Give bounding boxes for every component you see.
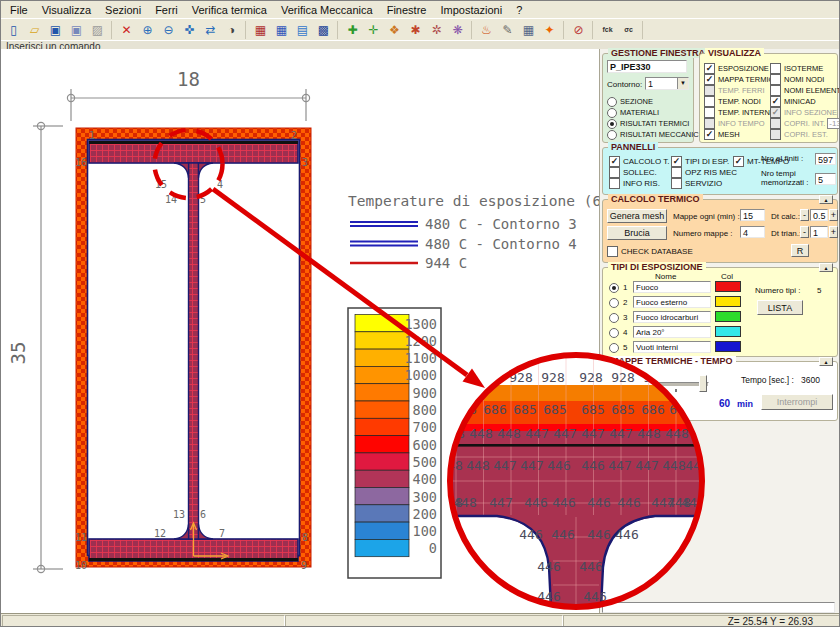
- checkbox-temp-interne[interactable]: TEMP. INTERNE: [704, 107, 768, 118]
- mesh-elements-icon[interactable]: ▦: [271, 21, 292, 39]
- radio-sezione[interactable]: SEZIONE: [607, 96, 691, 107]
- tipo-color-swatch[interactable]: [715, 326, 741, 337]
- tipo-radio-4[interactable]: [609, 327, 622, 338]
- tipo-name-input[interactable]: Aria 20°: [633, 326, 711, 338]
- menu-finestre[interactable]: Finestre: [380, 3, 434, 17]
- checkbox-servizio[interactable]: SERVIZIO: [671, 178, 731, 189]
- add-contour-icon[interactable]: ✛: [363, 21, 384, 39]
- tipo-color-swatch[interactable]: [715, 296, 741, 307]
- edit-section-icon[interactable]: ✎: [497, 21, 518, 39]
- contorno-select[interactable]: 1 ▼: [645, 77, 689, 90]
- tipo-name-input[interactable]: Vuoti interni: [633, 341, 711, 353]
- fire-icon[interactable]: ✦: [539, 21, 560, 39]
- tipo-name-input[interactable]: Fuoco idrocarburi: [633, 311, 711, 323]
- materials-icon[interactable]: ❋: [447, 21, 468, 39]
- results-table-icon[interactable]: ▦: [518, 21, 539, 39]
- menu-verifica-termica[interactable]: Verifica termica: [185, 3, 274, 17]
- dt-trian-minus-button[interactable]: -: [800, 226, 809, 238]
- menu-sezioni[interactable]: Sezioni: [98, 3, 148, 17]
- panel-tipi-esposizione: TIPI DI ESPOSIZIONE ▴ Nome Col 1Fuoco2Fu…: [602, 267, 838, 357]
- time-slider-handle[interactable]: [699, 375, 707, 392]
- checkbox-info-ris-[interactable]: INFO RIS.: [609, 178, 669, 189]
- menu-?[interactable]: ?: [509, 3, 529, 17]
- copri-int-value[interactable]: -13: [827, 118, 840, 129]
- tipo-radio-3[interactable]: [609, 312, 622, 323]
- pan-icon[interactable]: ✜: [179, 21, 200, 39]
- tipo-name-input[interactable]: Fuoco: [633, 281, 711, 293]
- dt-calc-minus-button[interactable]: -: [800, 209, 809, 221]
- tipo-radio-5[interactable]: [609, 342, 622, 353]
- checkbox-calcolo-t-[interactable]: ✓CALCOLO T.: [609, 156, 669, 167]
- tipo-radio-1[interactable]: [609, 282, 622, 293]
- disable-draw-icon[interactable]: ⊘: [568, 21, 589, 39]
- checkbox-mesh[interactable]: ✓MESH: [704, 129, 768, 140]
- menu-visualizza[interactable]: Visualizza: [35, 3, 98, 17]
- zoom-out-icon[interactable]: ⊖: [158, 21, 179, 39]
- radio-risultati-termici[interactable]: RISULTATI TERMICI: [607, 118, 691, 129]
- lista-button[interactable]: LISTA: [757, 300, 803, 315]
- print-preview-icon[interactable]: ▨: [87, 21, 108, 39]
- checkbox-nomi-elementi[interactable]: NOMI ELEMENTI: [770, 85, 838, 96]
- checkbox-minicad[interactable]: ✓MINICAD: [770, 96, 838, 107]
- genera-mesh-button[interactable]: Genera mesh: [607, 209, 667, 223]
- panel-collapse-button[interactable]: ▴: [819, 357, 833, 366]
- dt-calc-input[interactable]: 0.5: [810, 209, 828, 221]
- new-document-icon[interactable]: ▯: [3, 21, 24, 39]
- checkbox-info-tempo[interactable]: INFO TEMPO: [704, 118, 768, 129]
- mappe-ogni-input[interactable]: 15: [740, 209, 765, 221]
- thermal-calc-icon[interactable]: ♨: [476, 21, 497, 39]
- open-file-icon[interactable]: ▱: [24, 21, 45, 39]
- checkbox-sollec-[interactable]: SOLLEC.: [609, 167, 669, 178]
- menu-impostazioni[interactable]: Impostazioni: [433, 3, 509, 17]
- move-node-icon[interactable]: ✱: [405, 21, 426, 39]
- section-name-input[interactable]: P_IPE330: [607, 60, 687, 73]
- checkbox-mappa-termica[interactable]: ✓MAPPA TERMICA: [704, 74, 768, 85]
- checkbox-check-database[interactable]: CHECK DATABASE: [607, 246, 693, 257]
- delete-node-icon[interactable]: ✲: [426, 21, 447, 39]
- time-slider[interactable]: [611, 382, 709, 387]
- redraw-icon[interactable]: ⇄: [200, 21, 221, 39]
- fck-parameters-icon[interactable]: fck: [597, 21, 618, 39]
- checkbox-info-sezione[interactable]: ✓INFO SEZIONE: [770, 107, 838, 118]
- chevron-down-icon[interactable]: ▼: [677, 78, 688, 89]
- checkbox-esposizione[interactable]: ✓ESPOSIZIONE: [704, 63, 768, 74]
- radio-materiali[interactable]: MATERIALI: [607, 107, 691, 118]
- save-all-icon[interactable]: ▣: [66, 21, 87, 39]
- shade-icon[interactable]: ◑: [221, 21, 242, 39]
- tipo-radio-2[interactable]: [609, 297, 622, 308]
- checkbox-opz-ris-mec[interactable]: OPZ RIS MEC: [671, 167, 731, 178]
- panel-collapse-button[interactable]: ▴: [819, 195, 833, 204]
- checkbox-isoterme[interactable]: ISOTERME: [770, 63, 838, 74]
- menu-ferri[interactable]: Ferri: [148, 3, 185, 17]
- panel-collapse-button[interactable]: ▴: [819, 263, 833, 272]
- save-icon[interactable]: ▣: [45, 21, 66, 39]
- dt-trian-plus-button[interactable]: +: [829, 226, 838, 238]
- brucia-button[interactable]: Brucia: [607, 226, 667, 240]
- checkbox-nomi-nodi[interactable]: NOMI NODI: [770, 74, 838, 85]
- menu-file[interactable]: File: [3, 3, 35, 17]
- radio-risultati-meccanici[interactable]: RISULTATI MECCANICI: [607, 129, 691, 140]
- dt-trian-input[interactable]: 1: [810, 226, 828, 238]
- mesh-map-icon[interactable]: ▤: [292, 21, 313, 39]
- checkbox-temp-ferri[interactable]: TEMP. FERRI: [704, 85, 768, 96]
- tipo-name-input[interactable]: Fuoco esterno: [633, 296, 711, 308]
- interrompi-button[interactable]: Interrompi: [761, 394, 833, 410]
- edit-contour-icon[interactable]: ❖: [384, 21, 405, 39]
- sigma-parameters-icon[interactable]: σc: [618, 21, 639, 39]
- tipo-color-swatch[interactable]: [715, 281, 741, 292]
- menu-verifica-meccanica[interactable]: Verifica Meccanica: [274, 3, 380, 17]
- checkbox-temp-nodi[interactable]: TEMP. NODI: [704, 96, 768, 107]
- numero-mappe-input[interactable]: 4: [740, 226, 765, 238]
- checkbox-tipi-di-esp-[interactable]: ✓TIPI DI ESP.: [671, 156, 731, 167]
- mesh-nodes-icon[interactable]: ▦: [250, 21, 271, 39]
- tipo-color-swatch[interactable]: [715, 311, 741, 322]
- add-node-icon[interactable]: ✚: [342, 21, 363, 39]
- checkbox-copri-est-[interactable]: COPRI. EST.: [770, 129, 838, 140]
- dt-calc-plus-button[interactable]: +: [829, 209, 838, 221]
- tipo-color-swatch[interactable]: [715, 341, 741, 352]
- checkbox-copri-int-[interactable]: COPRI. INT.-13: [770, 118, 838, 129]
- zoom-extents-icon[interactable]: ✕: [116, 21, 137, 39]
- zoom-in-icon[interactable]: ⊕: [137, 21, 158, 39]
- mesh-results-icon[interactable]: ▩: [313, 21, 334, 39]
- r-button[interactable]: R: [791, 244, 809, 257]
